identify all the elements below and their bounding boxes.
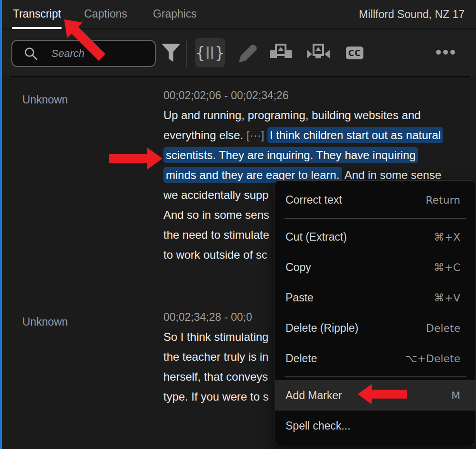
menu-item-label: Cut (Extract) — [286, 231, 347, 243]
menu-item-label: Delete (Ripple) — [286, 322, 358, 335]
menu-item-shortcut: Return — [426, 194, 460, 206]
closed-captions-button[interactable]: CC — [346, 47, 363, 59]
transcript-line: everything else. [···] I think children … — [163, 125, 443, 145]
clip-title: Millford Sound, NZ 17 — [359, 8, 465, 21]
menu-item-label: Paste — [286, 291, 314, 304]
speaker-label[interactable]: Unknown — [22, 316, 68, 328]
active-tab-underline — [12, 27, 62, 29]
segment-timecode: 00;02;02;06 - 00;02;34;26 — [163, 85, 443, 105]
menu-item-label: Delete — [286, 352, 317, 365]
selected-text: I think children start out as natural — [267, 127, 443, 143]
more-options-icon — [436, 50, 441, 55]
annotation-arrow-add-marker — [358, 384, 407, 404]
caption-block-icon — [270, 44, 292, 60]
menu-item-shortcut: ⌘+V — [434, 292, 460, 304]
pause-brackets-toggle-icon: {} — [195, 45, 225, 61]
menu-item-shortcut: ⌘+C — [434, 262, 460, 273]
menu-separator — [285, 376, 466, 377]
closed-captions-icon: CC — [348, 48, 361, 58]
annotation-arrow-selected-text — [109, 148, 162, 169]
caption-block-arrows-button[interactable] — [306, 44, 330, 60]
edit-pencil-icon — [237, 40, 259, 64]
menu-item-copy[interactable]: Copy⌘+C — [275, 252, 476, 282]
transcript-line: type. If you were to s — [163, 387, 268, 407]
menu-item-label: Copy — [286, 261, 311, 274]
speaker-label[interactable]: Unknown — [22, 94, 68, 106]
selected-text: scientists. They are inquiring. They hav… — [163, 147, 418, 163]
toolbar-divider — [186, 41, 187, 68]
context-menu: Correct textReturnCut (Extract)⌘+XCopy⌘+… — [275, 180, 476, 445]
transcript-line: herself, that conveys — [163, 367, 268, 387]
menu-item-shortcut: ⌘+X — [434, 231, 460, 243]
show-pauses-toggle-button[interactable]: {} — [195, 38, 225, 67]
menu-item-cut-extract[interactable]: Cut (Extract)⌘+X — [275, 222, 476, 252]
transcript-line: the teacher truly is in — [163, 347, 268, 367]
menu-item-label: Spell check... — [286, 420, 351, 432]
menu-item-shortcut: M — [451, 390, 460, 402]
menu-item-correct-text[interactable]: Correct textReturn — [275, 185, 476, 215]
edit-transcript-button[interactable] — [236, 40, 260, 65]
content-top-divider — [10, 76, 470, 77]
tab-transcript[interactable]: Transcript — [13, 8, 61, 20]
menu-item-label: Correct text — [286, 194, 342, 206]
tab-captions[interactable]: Captions — [84, 8, 127, 20]
more-options-button[interactable] — [436, 49, 455, 55]
menu-item-shortcut: ⌥+Delete — [405, 353, 460, 365]
panel-focus-border — [0, 0, 2, 449]
tab-graphics[interactable]: Graphics — [153, 8, 197, 20]
segment-timecode: 00;02;34;28 - 00;0 — [163, 307, 268, 327]
filter-button[interactable] — [162, 43, 181, 64]
premiere-text-panel: Transcript Captions Graphics Millford So… — [0, 0, 476, 449]
pause-marker: [···] — [247, 129, 264, 141]
menu-item-delete[interactable]: Delete⌥+Delete — [275, 343, 476, 374]
filter-funnel-icon — [162, 44, 180, 63]
caption-block-arrows-icon — [306, 44, 330, 60]
menu-item-delete-ripple[interactable]: Delete (Ripple)Delete — [275, 313, 476, 343]
caption-block-button[interactable] — [270, 44, 292, 60]
menu-item-label: Add Marker — [286, 389, 342, 402]
menu-item-paste[interactable]: Paste⌘+V — [275, 282, 476, 313]
transcript-line: Up and running, programing, building web… — [163, 105, 443, 125]
transcript-line: scientists. They are inquiring. They hav… — [163, 145, 443, 165]
menu-item-shortcut: Delete — [426, 322, 460, 334]
search-icon — [24, 47, 38, 61]
menu-item-spell-check[interactable]: Spell check... — [275, 411, 476, 441]
transcript-line: So I think stimulating — [163, 327, 268, 347]
menu-separator — [285, 218, 466, 219]
